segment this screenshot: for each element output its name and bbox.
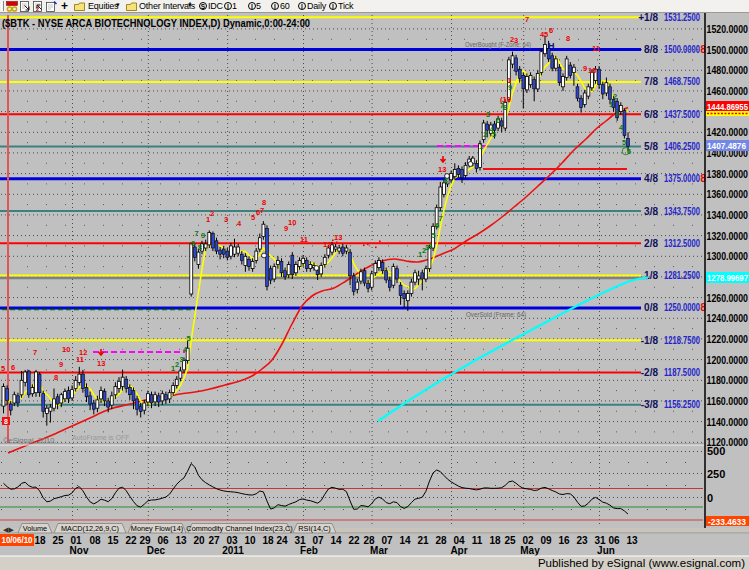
svg-text:2: 2 — [613, 92, 617, 101]
svg-text:3: 3 — [615, 109, 619, 118]
svg-text:1156.2500: 1156.2500 — [664, 399, 700, 410]
svg-text:1500.0000: 1500.0000 — [707, 44, 749, 56]
svg-text:5: 5 — [622, 138, 626, 147]
svg-text:Commodity Channel Index(23,C): Commodity Channel Index(23,C) — [186, 524, 292, 533]
svg-text:7: 7 — [260, 206, 264, 215]
svg-text:22: 22 — [125, 535, 137, 546]
svg-text:7: 7 — [33, 348, 37, 357]
svg-text:9: 9 — [59, 360, 63, 369]
svg-text:7/8: 7/8 — [644, 76, 658, 87]
svg-text:12: 12 — [79, 348, 87, 357]
svg-text:11: 11 — [300, 235, 308, 244]
svg-text:10: 10 — [288, 218, 296, 227]
svg-text:1340.0000: 1340.0000 — [707, 209, 749, 221]
svg-text:1320.0000: 1320.0000 — [707, 230, 749, 242]
svg-text:6: 6 — [11, 363, 15, 372]
svg-text:8: 8 — [444, 176, 448, 185]
svg-text:OverSold (Frame: 64): OverSold (Frame: 64) — [466, 311, 526, 319]
svg-text:2: 2 — [483, 130, 487, 139]
svg-text:7: 7 — [439, 214, 443, 223]
svg-text:1500.0000: 1500.0000 — [664, 44, 700, 55]
svg-text:Money Flow(14): Money Flow(14) — [131, 524, 183, 533]
svg-text:-3/8: -3/8 — [641, 399, 659, 410]
svg-text:1420.0000: 1420.0000 — [707, 126, 749, 138]
svg-text:OverBought (F-Zone: 64): OverBought (F-Zone: 64) — [465, 41, 531, 49]
svg-text:13: 13 — [334, 233, 342, 242]
svg-text:23: 23 — [576, 535, 588, 546]
svg-text:13: 13 — [438, 165, 446, 174]
svg-text:3: 3 — [180, 355, 184, 364]
svg-text:28: 28 — [435, 535, 447, 546]
svg-text:6: 6 — [191, 239, 195, 248]
svg-text:6: 6 — [496, 116, 500, 125]
svg-text:8: 8 — [4, 418, 8, 425]
svg-text:1375.0000: 1375.0000 — [664, 173, 700, 184]
svg-text:0/8: 0/8 — [644, 302, 658, 313]
svg-text:Volume: Volume — [23, 524, 47, 533]
svg-text:1180.0000: 1180.0000 — [707, 374, 749, 386]
svg-text:1360.0000: 1360.0000 — [707, 188, 749, 200]
svg-text:25: 25 — [504, 535, 516, 546]
svg-text:+1/8: +1/8 — [638, 13, 658, 23]
svg-text:3: 3 — [486, 110, 490, 119]
svg-text:Dec: Dec — [147, 545, 166, 556]
svg-text:9: 9 — [583, 64, 587, 73]
svg-text:1140.0000: 1140.0000 — [707, 416, 749, 428]
svg-text:Jun: Jun — [597, 545, 615, 556]
svg-text:13: 13 — [626, 535, 638, 546]
svg-text:08: 08 — [89, 535, 101, 546]
svg-text:May: May — [520, 545, 540, 556]
svg-text:H: H — [548, 41, 555, 51]
svg-text:1437.5000: 1437.5000 — [664, 109, 700, 120]
svg-text:3: 3 — [224, 215, 228, 224]
svg-text:Published by eSignal (www.esig: Published by eSignal (www.esignal.com) — [538, 557, 745, 569]
svg-text:1343.7500: 1343.7500 — [664, 206, 700, 217]
svg-text:18: 18 — [489, 535, 501, 546]
svg-text:11: 11 — [472, 535, 483, 546]
svg-text:1444.86955: 1444.86955 — [707, 102, 748, 112]
svg-text:1/8: 1/8 — [644, 270, 658, 281]
svg-text:Feb: Feb — [300, 545, 318, 556]
svg-text:Nov: Nov — [70, 545, 89, 556]
svg-text:13: 13 — [97, 359, 105, 368]
svg-text:Apr: Apr — [450, 545, 467, 556]
svg-text:1218.7500: 1218.7500 — [664, 335, 700, 346]
svg-text:1531.2500: 1531.2500 — [664, 13, 700, 23]
svg-text:12: 12 — [323, 240, 331, 249]
svg-text:5/8: 5/8 — [644, 141, 658, 152]
svg-text:10: 10 — [62, 345, 70, 354]
svg-text:1407.4876: 1407.4876 — [707, 141, 746, 151]
svg-text:1: 1 — [479, 142, 483, 151]
svg-text:9: 9 — [508, 83, 512, 92]
svg-text:500: 500 — [707, 445, 725, 457]
svg-text:14: 14 — [399, 535, 411, 546]
svg-text:10: 10 — [588, 66, 596, 75]
svg-text:1200.0000: 1200.0000 — [707, 354, 749, 366]
svg-text:2: 2 — [36, 6, 39, 12]
svg-text:2: 2 — [210, 209, 214, 218]
svg-text:6/8: 6/8 — [644, 109, 658, 120]
svg-text:5: 5 — [492, 130, 496, 139]
svg-text:1281.2500: 1281.2500 — [664, 270, 700, 281]
svg-text:16: 16 — [558, 535, 570, 546]
svg-text:1460.0000: 1460.0000 — [707, 85, 749, 97]
svg-text:1380.0000: 1380.0000 — [707, 168, 749, 180]
svg-text:MACD(12,26,9,C): MACD(12,26,9,C) — [61, 524, 119, 533]
svg-text:20: 20 — [193, 535, 205, 546]
svg-text:-1/8: -1/8 — [641, 335, 659, 346]
svg-text:5: 5 — [187, 334, 191, 343]
svg-text:9: 9 — [201, 231, 205, 240]
svg-text:5: 5 — [432, 231, 436, 240]
svg-text:27: 27 — [208, 535, 220, 546]
svg-text:2/8: 2/8 — [644, 238, 658, 249]
svg-text:8: 8 — [566, 34, 570, 43]
svg-text:1160.0000: 1160.0000 — [707, 395, 749, 407]
svg-text:8: 8 — [262, 198, 266, 207]
svg-text:-233.4633: -233.4633 — [708, 517, 746, 527]
svg-text:09: 09 — [540, 535, 552, 546]
svg-text:11: 11 — [592, 44, 600, 53]
svg-text:22: 22 — [348, 535, 360, 546]
svg-text:10/06/10: 10/06/10 — [2, 535, 33, 545]
svg-text:Mar: Mar — [370, 545, 388, 556]
svg-text:1240.0000: 1240.0000 — [707, 312, 749, 324]
